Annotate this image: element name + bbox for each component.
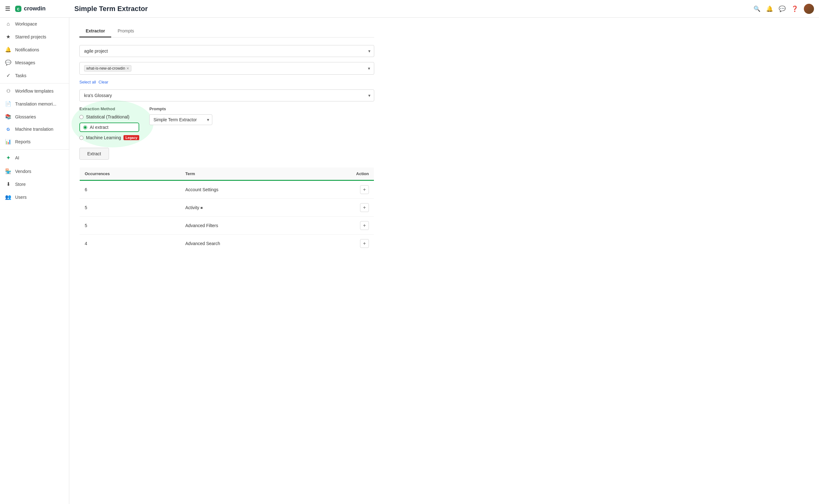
radio-option-machine-learning[interactable]: Machine Learning Legacy [79,135,139,140]
sidebar-item-reports[interactable]: 📊 Reports [0,135,69,148]
dot-indicator [201,207,203,209]
add-term-button[interactable]: + [360,203,369,212]
file-tag-value: what-is-new-at-crowdin [86,66,125,71]
radio-ai-extract[interactable] [83,125,87,129]
table-body: 6 Account Settings + 5 Activity + 5 Adva… [80,180,374,253]
translation-memory-icon: 📄 [5,101,11,107]
extraction-method-label: Extraction Method [79,106,139,111]
star-icon: ★ [5,34,11,40]
sidebar-label-reports: Reports [15,139,31,144]
radio-machine-learning[interactable] [79,136,83,140]
store-icon: ⬇ [5,181,11,187]
add-term-button[interactable]: + [360,221,369,230]
file-tag-close-icon[interactable]: ✕ [126,66,129,71]
cell-action: + [308,199,374,217]
logo-text: crowdin [24,5,46,12]
cell-term: Advanced Filters [180,217,308,235]
sidebar-item-machine-translation[interactable]: G Machine translation [0,123,69,135]
cell-action: + [308,217,374,235]
topbar: ☰ c crowdin Simple Term Extractor 🔍 🔔 💬 … [0,0,819,18]
home-icon: ⌂ [5,21,11,27]
select-actions: Select all Clear [79,80,374,84]
radio-option-statistical[interactable]: Statistical (Traditional) [79,114,139,119]
sidebar-label-machine-translation: Machine translation [15,127,53,132]
sidebar-label-messages: Messages [15,60,35,65]
tasks-icon: ✓ [5,72,11,78]
logo-icon: c [15,6,21,12]
legacy-badge: Legacy [123,135,139,140]
col-header-occurrences: Occurrences [80,168,180,180]
workflow-icon: ⚇ [5,88,11,94]
select-all-link[interactable]: Select all [79,80,96,84]
avatar[interactable] [804,4,814,14]
glossary-select-wrapper: kra's Glossary [79,89,374,101]
sidebar-item-ai[interactable]: ✦ AI [0,151,69,165]
cell-occurrences: 4 [80,235,180,253]
clear-link[interactable]: Clear [99,80,108,84]
sidebar-label-workspace: Workspace [15,21,37,26]
sidebar-item-workflow-templates[interactable]: ⚇ Workflow templates [0,85,69,97]
messages-icon: 💬 [5,60,11,66]
sidebar-item-glossaries[interactable]: 📚 Glossaries [0,110,69,123]
extraction-section: Extraction Method Statistical (Tradition… [79,106,374,140]
sidebar-divider-2 [0,149,69,150]
page-title: Simple Term Extractor [68,5,753,13]
hamburger-menu[interactable]: ☰ [5,5,10,12]
prompts-select[interactable]: Simple Term Extractor [149,114,212,125]
cell-term: Advanced Search [180,235,308,253]
tab-prompts[interactable]: Prompts [111,25,140,37]
glossary-select[interactable]: kra's Glossary [79,89,374,101]
cell-occurrences: 5 [80,199,180,217]
radio-statistical-label: Statistical (Traditional) [86,114,129,119]
sidebar-item-vendors[interactable]: 🏪 Vendors [0,165,69,178]
extraction-options-wrapper: Statistical (Traditional) AI extract [79,114,139,140]
extract-button[interactable]: Extract [79,148,109,160]
file-tag: what-is-new-at-crowdin ✕ [84,65,131,72]
sidebar-label-notifications: Notifications [15,47,39,52]
results-table: Occurrences Term Action 6 Account Settin… [79,167,374,253]
cell-action: + [308,235,374,253]
notification-icon: 🔔 [5,47,11,53]
topbar-icons: 🔍 🔔 💬 ❓ [753,4,814,14]
col-header-action: Action [308,168,374,180]
glossaries-icon: 📚 [5,114,11,120]
project-select[interactable]: agile project [79,45,374,57]
cell-occurrences: 5 [80,217,180,235]
file-tag-input[interactable]: what-is-new-at-crowdin ✕ [79,62,374,75]
sidebar-item-store[interactable]: ⬇ Store [0,178,69,191]
bell-icon[interactable]: 🔔 [766,5,773,12]
sidebar-label-vendors: Vendors [15,169,31,174]
sidebar-item-tasks[interactable]: ✓ Tasks [0,69,69,82]
radio-ai-extract-label: AI extract [90,125,108,130]
prompts-label: Prompts [149,106,212,111]
col-header-term: Term [180,168,308,180]
tab-extractor[interactable]: Extractor [79,25,111,37]
table-header-row: Occurrences Term Action [80,168,374,180]
sidebar-label-ai: AI [15,155,19,160]
reports-icon: 📊 [5,139,11,145]
table-row: 6 Account Settings + [80,180,374,199]
extraction-method-panel: Extraction Method Statistical (Tradition… [79,106,139,140]
radio-machine-learning-label: Machine Learning [86,135,121,140]
cell-term: Account Settings [180,180,308,199]
help-icon[interactable]: ❓ [791,5,798,12]
add-term-button[interactable]: + [360,185,369,194]
cell-term: Activity [180,199,308,217]
radio-option-ai-extract[interactable]: AI extract [83,125,108,130]
sidebar-label-tasks: Tasks [15,73,26,78]
glossary-select-group: kra's Glossary [79,89,374,101]
sidebar-item-translation-memories[interactable]: 📄 Translation memori... [0,97,69,110]
sidebar-item-workspace[interactable]: ⌂ Workspace [0,18,69,30]
radio-statistical[interactable] [79,115,83,119]
search-icon[interactable]: 🔍 [753,5,760,12]
main-inner: Extractor Prompts agile project what-is-… [69,18,384,260]
add-term-button[interactable]: + [360,239,369,248]
sidebar-item-notifications[interactable]: 🔔 Notifications [0,43,69,56]
project-select-wrapper: agile project [79,45,374,57]
sidebar-label-glossaries: Glossaries [15,114,36,119]
sidebar-item-messages[interactable]: 💬 Messages [0,56,69,69]
sidebar-item-starred-projects[interactable]: ★ Starred projects [0,30,69,43]
sidebar-item-users[interactable]: 👥 Users [0,191,69,203]
sidebar-label-starred-projects: Starred projects [15,34,46,39]
message-icon[interactable]: 💬 [779,5,786,12]
